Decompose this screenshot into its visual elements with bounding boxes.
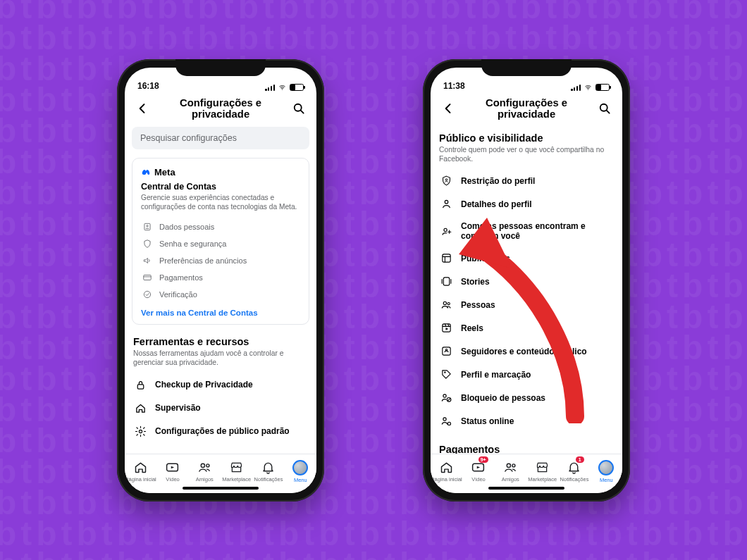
row-how-people-find-you[interactable]: Como as pessoas encontram e contatam voc… (438, 216, 615, 247)
card-subtitle: Gerencie suas experiências conectadas e … (141, 193, 300, 212)
battery-icon (290, 84, 304, 91)
phone-right: 11:38 Configurações e privacidade Públic… (423, 59, 630, 502)
block-icon (440, 392, 452, 404)
status-time: 11:38 (443, 81, 465, 91)
meta-brand-label: Meta (154, 167, 175, 178)
home-icon (133, 460, 148, 475)
stories-icon (440, 275, 452, 287)
wifi-icon (278, 84, 287, 91)
settings-search-input[interactable]: Pesquisar configurações (132, 127, 309, 149)
avatar-icon (598, 460, 614, 475)
followers-icon (440, 345, 452, 357)
tag-icon (440, 368, 452, 380)
check-circle-icon (142, 290, 152, 299)
shield-icon (142, 239, 152, 249)
row-privacy-checkup[interactable]: Checkup de Privacidade (132, 373, 309, 397)
meta-logo: Meta (141, 167, 300, 178)
row-profile-restriction[interactable]: Restrição do perfil (438, 169, 615, 192)
row-blocking[interactable]: Bloqueio de pessoas (438, 386, 615, 409)
section-subtitle-tools: Nossas ferramentas ajudam você a control… (133, 349, 308, 368)
card-icon (142, 273, 152, 282)
house-icon (135, 402, 147, 414)
section-title-tools: Ferramentas e recursos (133, 336, 308, 347)
page-header: Configurações e privacidade (431, 94, 622, 127)
section-subtitle-audience: Controle quem pode ver o que você compar… (439, 145, 614, 164)
page-title: Configurações e privacidade (157, 97, 284, 120)
meta-icon (141, 167, 151, 177)
tab-notifications[interactable]: Notificações (252, 454, 284, 489)
section-title-audience: Público e visibilidade (439, 132, 614, 144)
notif-badge: 1 (576, 456, 584, 463)
friends-icon (197, 460, 212, 475)
tab-home[interactable]: Página inicial (431, 454, 462, 489)
meta-item-password[interactable]: Senha e segurança (141, 235, 300, 252)
users-icon (440, 299, 452, 311)
row-stories[interactable]: Stories (438, 270, 615, 293)
gear-icon (135, 425, 147, 437)
row-people[interactable]: Pessoas (438, 293, 615, 316)
avatar-icon (292, 460, 308, 475)
notch (481, 59, 572, 76)
signal-icon (265, 84, 275, 91)
phone-left: 16:18 Configurações e privacidade Pesqui… (117, 59, 324, 502)
person-plus-icon (440, 225, 452, 237)
tab-video[interactable]: 9+Vídeo (462, 454, 494, 489)
row-reels[interactable]: Reels (438, 316, 615, 340)
reels-icon (440, 322, 452, 334)
megaphone-icon (142, 256, 152, 266)
tab-friends[interactable]: Amigos (189, 454, 221, 489)
meta-item-personal-data[interactable]: Dados pessoais (141, 218, 300, 235)
marketplace-icon (229, 460, 244, 475)
battery-icon (595, 84, 610, 91)
meta-item-ad-prefs[interactable]: Preferências de anúncios (141, 252, 300, 269)
back-button[interactable] (133, 99, 152, 118)
video-icon (165, 460, 180, 475)
tab-friends[interactable]: Amigos (495, 454, 526, 489)
tab-menu[interactable]: Menu (285, 454, 316, 489)
meta-item-verification[interactable]: Verificação (141, 286, 300, 303)
tab-home[interactable]: Página inicial (125, 454, 156, 489)
avatar-icon (440, 198, 452, 210)
id-badge-icon (142, 222, 152, 232)
row-profile-tagging[interactable]: Perfil e marcação (438, 363, 615, 386)
lock-icon (135, 379, 147, 391)
tab-menu[interactable]: Menu (591, 454, 622, 489)
tab-video[interactable]: Vídeo (156, 454, 188, 489)
section-title-payments: Pagamentos (439, 444, 614, 453)
row-supervision[interactable]: Supervisão (132, 397, 309, 420)
meta-accounts-card: Meta Central de Contas Gerencie suas exp… (132, 158, 309, 325)
layout-icon (440, 252, 452, 264)
signal-icon (571, 84, 581, 91)
status-time: 16:18 (137, 81, 159, 91)
home-indicator (488, 487, 564, 490)
tab-marketplace[interactable]: Marketplace (526, 454, 558, 489)
row-posts[interactable]: Publicações (438, 247, 615, 270)
tab-marketplace[interactable]: Marketplace (221, 454, 252, 489)
row-online-status[interactable]: Status online (438, 409, 615, 433)
meta-see-more-link[interactable]: Ver mais na Central de Contas (141, 309, 300, 317)
row-profile-details[interactable]: Detalhes do perfil (438, 192, 615, 216)
wifi-icon (584, 84, 593, 91)
video-badge: 9+ (479, 456, 488, 463)
home-indicator (183, 487, 259, 490)
tab-notifications[interactable]: 1Notificações (558, 454, 590, 489)
page-header: Configurações e privacidade (125, 94, 316, 127)
page-title: Configurações e privacidade (463, 97, 590, 120)
meta-item-payments[interactable]: Pagamentos (141, 269, 300, 286)
row-followers[interactable]: Seguidores e conteúdo público (438, 340, 615, 363)
bell-icon (261, 460, 276, 475)
search-button[interactable] (290, 99, 308, 118)
notch (175, 59, 266, 76)
friends-icon (503, 460, 518, 475)
back-button[interactable] (439, 99, 457, 118)
marketplace-icon (535, 460, 550, 475)
shield-person-icon (440, 175, 452, 187)
search-button[interactable] (595, 99, 614, 118)
status-icon (440, 415, 452, 427)
card-title: Central de Contas (141, 182, 300, 192)
row-default-audience[interactable]: Configurações de público padrão (132, 420, 309, 443)
home-icon (439, 460, 454, 475)
